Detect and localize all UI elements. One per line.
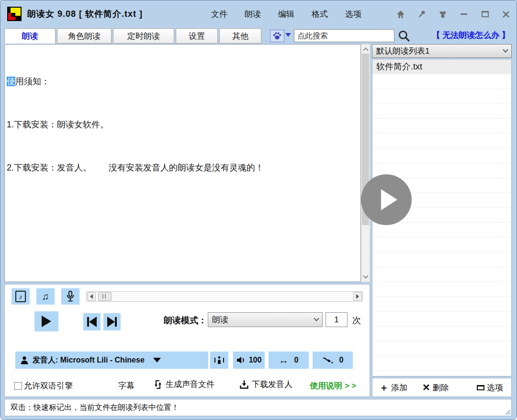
app-window: 朗读女 9.08 [ 软件简介.txt ] 文件 朗读 编辑 格式 选项 xyxy=(0,0,517,420)
usage-help-link[interactable]: 使用说明 > > xyxy=(310,380,356,391)
generate-audio-button[interactable]: 生成声音文件 xyxy=(153,379,214,390)
close-icon[interactable] xyxy=(501,10,511,19)
list-row-empty xyxy=(372,327,511,341)
home-icon[interactable] xyxy=(396,10,405,19)
search-input[interactable] xyxy=(294,29,394,42)
list-row-empty xyxy=(372,267,511,282)
add-file-button[interactable]: ＋ 添加 xyxy=(379,378,407,397)
music-list-icon: ♪ xyxy=(15,291,26,302)
menu-file[interactable]: 文件 xyxy=(211,9,227,20)
maximize-icon[interactable] xyxy=(480,10,490,19)
search-engine-caret-icon[interactable] xyxy=(285,33,291,37)
list-options-button[interactable]: 选项 xyxy=(477,378,503,397)
search-engine-button[interactable] xyxy=(270,30,284,42)
tab-settings[interactable]: 设置 xyxy=(176,28,218,44)
speed-icon: ↔ xyxy=(279,355,289,366)
person-icon xyxy=(20,356,29,364)
selected-char: 使 xyxy=(7,77,15,86)
voice-select-button[interactable]: 发音人: Microsoft Lili - Chinese xyxy=(15,352,208,369)
editor-scrollbar[interactable] xyxy=(361,44,370,282)
bilingual-engine-checkbox[interactable]: 允许双语引擎 xyxy=(14,380,73,391)
repeat-count-input[interactable] xyxy=(326,312,348,327)
list-row-empty xyxy=(372,297,511,312)
list-row-empty xyxy=(372,341,511,356)
plus-icon: ＋ xyxy=(379,381,389,394)
voice-name-label: 发音人: Microsoft Lili - Chinese xyxy=(33,355,145,365)
scroll-up-icon[interactable] xyxy=(361,45,370,53)
volume-value: 100 xyxy=(249,356,262,364)
app-logo-icon xyxy=(7,7,22,21)
download-voice-button[interactable]: 下载发音人 xyxy=(239,379,292,390)
editor-line xyxy=(7,247,359,261)
microphone-button[interactable] xyxy=(61,288,79,305)
music-note-button[interactable]: ♫ xyxy=(36,288,55,305)
speaking-person-icon xyxy=(214,355,225,365)
tab-read[interactable]: 朗读 xyxy=(4,28,56,44)
generate-label: 生成声音文件 xyxy=(166,379,214,390)
read-mode-label: 朗读模式： xyxy=(164,315,207,326)
cannot-read-help-link[interactable]: 【 无法朗读怎么办 】 xyxy=(432,28,510,44)
control-panel: ♪ ♫ 朗读模式： 朗读 次 发音人: Microsof xyxy=(4,284,370,397)
list-row-empty xyxy=(372,134,511,148)
tab-role-read[interactable]: 角色朗读 xyxy=(57,28,112,44)
download-label: 下载发音人 xyxy=(252,379,292,390)
slider-thumb[interactable] xyxy=(98,292,112,301)
add-label: 添加 xyxy=(391,382,407,393)
pitch-icon xyxy=(322,356,334,364)
menu-options[interactable]: 选项 xyxy=(345,9,361,20)
skin-icon[interactable] xyxy=(438,10,448,19)
slider-right-icon[interactable] xyxy=(353,292,362,301)
bilingual-label: 允许双语引擎 xyxy=(24,380,73,391)
minimize-icon[interactable] xyxy=(459,10,469,19)
play-button[interactable] xyxy=(34,311,58,331)
speaker-icon xyxy=(236,356,246,364)
tab-timed-read[interactable]: 定时朗读 xyxy=(113,28,174,44)
pitch-button[interactable]: 0 xyxy=(313,352,353,369)
play-icon xyxy=(381,189,397,210)
subtitle-button[interactable]: 字幕 xyxy=(118,380,135,391)
next-button[interactable] xyxy=(103,313,121,330)
scroll-down-icon[interactable] xyxy=(361,273,370,282)
delete-file-button[interactable]: ✕ 删除 xyxy=(422,378,449,397)
read-mode-select[interactable]: 朗读 xyxy=(208,312,323,327)
paw-icon xyxy=(272,31,282,41)
window-controls xyxy=(396,0,511,28)
slider-left-icon[interactable] xyxy=(87,292,96,301)
voice-test-button[interactable] xyxy=(210,352,228,369)
list-row-empty xyxy=(372,282,511,297)
previous-button[interactable] xyxy=(83,313,101,330)
chevron-down-icon xyxy=(503,47,508,52)
options-label: 选项 xyxy=(487,382,503,393)
list-item[interactable]: 软件简介.txt xyxy=(372,59,511,74)
x-icon: ✕ xyxy=(422,382,430,393)
menu-read[interactable]: 朗读 xyxy=(245,9,261,20)
checkbox-icon[interactable] xyxy=(14,382,22,390)
list-row-empty xyxy=(372,238,511,252)
play-overlay-button[interactable] xyxy=(361,174,412,225)
pin-icon[interactable] xyxy=(417,10,427,19)
progress-slider[interactable] xyxy=(86,291,363,302)
chevron-down-icon xyxy=(153,358,161,363)
menu-edit[interactable]: 编辑 xyxy=(278,9,294,20)
volume-button[interactable]: 100 xyxy=(233,352,265,369)
search-icon[interactable] xyxy=(397,29,411,43)
text-editor[interactable]: 使用须知： 1.下载安装：朗读女软件。 2.下载安装：发音人。 没有安装发音人的… xyxy=(4,44,361,282)
list-row-empty xyxy=(372,74,511,89)
list-row-empty xyxy=(372,252,511,267)
list-row-empty xyxy=(372,148,511,163)
playlist-actions: ＋ 添加 ✕ 删除 选项 xyxy=(372,378,512,397)
resize-grip[interactable] xyxy=(503,407,510,415)
background-music-button[interactable]: ♪ xyxy=(11,288,30,305)
play-icon xyxy=(42,316,51,327)
tab-other[interactable]: 其他 xyxy=(219,28,261,44)
window-title: 朗读女 9.08 [ 软件简介.txt ] xyxy=(27,0,143,28)
editor-line: 1.下载安装：朗读女软件。 xyxy=(7,117,359,132)
list-row-empty xyxy=(372,356,511,371)
speed-button[interactable]: ↔ 0 xyxy=(269,352,309,369)
titlebar[interactable]: 朗读女 9.08 [ 软件简介.txt ] 文件 朗读 编辑 格式 选项 xyxy=(0,0,517,28)
list-row-empty xyxy=(372,119,511,134)
editor-line: 使用须知： xyxy=(7,74,359,89)
window-options-icon xyxy=(477,385,484,390)
playlist-dropdown[interactable]: 默认朗读列表1 xyxy=(372,44,512,58)
menu-format[interactable]: 格式 xyxy=(312,9,328,20)
